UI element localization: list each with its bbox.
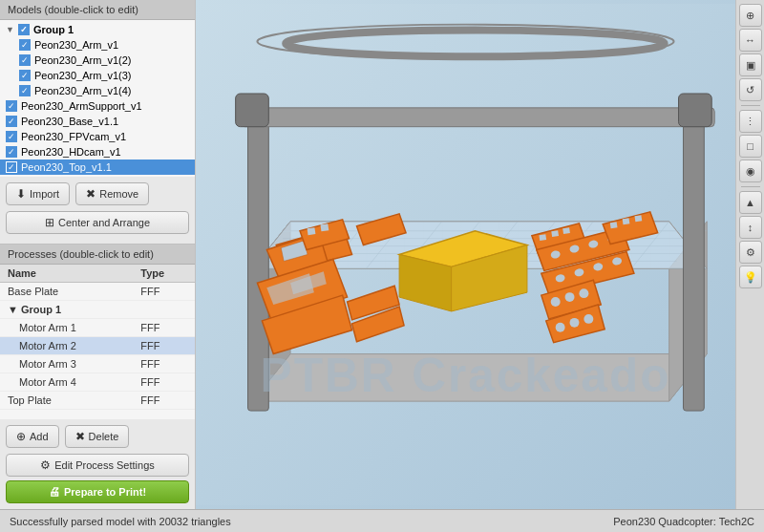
model-arm3[interactable]: Peon230_Arm_v1(3) (0, 68, 195, 83)
model-checkbox[interactable] (6, 100, 17, 112)
status-bar: Successfully parsed model with 20032 tri… (0, 509, 764, 532)
edit-process-button[interactable]: ⚙ Edit Process Settings (6, 454, 189, 477)
process-group1[interactable]: ▼ Group 1 (0, 301, 195, 319)
process-type: FFF (133, 283, 195, 301)
model-base[interactable]: Peon230_Base_v1.1 (0, 114, 195, 129)
add-button[interactable]: ⊕ Add (6, 425, 59, 448)
svg-rect-48 (562, 227, 570, 234)
model-checkbox[interactable] (19, 85, 31, 96)
process-type: FFF (133, 392, 195, 410)
model-arm2[interactable]: Peon230_Arm_v1(2) (0, 53, 195, 68)
light-button[interactable]: 💡 (739, 266, 762, 288)
model-label: Peon230_FPVcam_v1 (21, 131, 126, 142)
view-options-button[interactable]: ▣ (739, 53, 762, 76)
model-checkbox[interactable] (18, 24, 30, 35)
svg-rect-26 (683, 117, 704, 411)
process-type: FFF (133, 337, 195, 355)
remove-button[interactable]: ✖ Remove (75, 182, 149, 205)
toolbar-separator1 (741, 105, 760, 106)
col-type: Type (133, 265, 195, 283)
svg-rect-47 (551, 230, 559, 237)
model-label: Group 1 (33, 24, 74, 35)
status-right: Peon230 Quadcopter: Tech2C (613, 516, 754, 527)
model-checkbox[interactable] (6, 116, 17, 127)
fit-view-button[interactable]: ↔ (739, 29, 762, 52)
svg-rect-42 (308, 227, 316, 235)
models-list: ▼ Group 1 Peon230_Arm_v1 Peon230_Arm_v1(… (0, 20, 195, 177)
status-left: Successfully parsed model with 20032 tri… (10, 516, 231, 527)
svg-rect-27 (242, 108, 715, 127)
model-fpvcam[interactable]: Peon230_FPVcam_v1 (0, 129, 195, 144)
model-armsupport[interactable]: Peon230_ArmSupport_v1 (0, 98, 195, 114)
model-label: Peon230_ArmSupport_v1 (21, 100, 142, 112)
move-button[interactable]: ▲ (739, 191, 762, 214)
svg-point-61 (565, 292, 575, 302)
viewport-svg: PTBR Crackeado (196, 0, 735, 509)
model-label: Peon230_Arm_v1(4) (34, 85, 132, 96)
svg-text:PTBR Crackeado: PTBR Crackeado (261, 349, 671, 402)
model-checkbox[interactable] (6, 161, 17, 173)
process-motorarm4[interactable]: Motor Arm 4 FFF (0, 373, 195, 392)
add-icon: ⊕ (16, 430, 26, 443)
import-button[interactable]: ⬇ Import (6, 182, 70, 205)
model-checkbox[interactable] (6, 131, 17, 142)
model-hdcam[interactable]: Peon230_HDcam_v1 (0, 144, 195, 160)
svg-rect-68 (610, 222, 618, 228)
model-label: Peon230_Arm_v1(3) (34, 70, 132, 81)
process-topplate[interactable]: Top Plate FFF (0, 392, 195, 410)
svg-rect-29 (236, 94, 269, 127)
edit-process-icon: ⚙ (40, 458, 51, 472)
delete-label: Delete (89, 431, 119, 442)
model-checkbox[interactable] (19, 70, 31, 81)
process-name: Motor Arm 3 (0, 355, 133, 373)
process-motorarm3[interactable]: Motor Arm 3 FFF (0, 355, 195, 373)
zoom-extents-button[interactable]: ⊕ (739, 4, 762, 27)
process-motorarm2[interactable]: Motor Arm 2 FFF (0, 337, 195, 355)
remove-label: Remove (99, 188, 138, 200)
process-name: Motor Arm 1 (0, 319, 133, 337)
layers-button[interactable]: ⋮ (739, 110, 762, 133)
models-section: Models (double-click to edit) ▼ Group 1 … (0, 0, 195, 240)
delete-button[interactable]: ✖ Delete (65, 425, 130, 448)
model-checkbox[interactable] (6, 146, 17, 158)
model-arm1[interactable]: Peon230_Arm_v1 (0, 37, 195, 53)
processes-data-table: Name Type Base Plate FFF ▼ Group 1 (0, 265, 195, 410)
model-checkbox[interactable] (19, 54, 31, 66)
process-name: Motor Arm 4 (0, 373, 133, 392)
center-arrange-button[interactable]: ⊞ Center and Arrange (6, 211, 189, 234)
process-name: Top Plate (0, 392, 133, 410)
prepare-label: Prepare to Print! (64, 486, 146, 498)
prepare-button[interactable]: 🖨 Prepare to Print! (6, 480, 189, 503)
process-name: Base Plate (0, 283, 133, 301)
import-icon: ⬇ (16, 187, 26, 201)
svg-point-60 (551, 297, 561, 307)
processes-header: Processes (double-click to edit) (0, 245, 195, 265)
process-name: Motor Arm 2 (0, 337, 133, 355)
model-label: Peon230_Top_v1.1 (21, 161, 112, 173)
prepare-row: 🖨 Prepare to Print! (0, 480, 195, 509)
viewport[interactable]: PTBR Crackeado (196, 0, 735, 509)
model-group1[interactable]: ▼ Group 1 (0, 22, 195, 37)
model-top[interactable]: Peon230_Top_v1.1 (0, 160, 195, 175)
model-label: Peon230_Arm_v1(2) (34, 54, 132, 66)
main-area: Models (double-click to edit) ▼ Group 1 … (0, 0, 764, 509)
model-checkbox[interactable] (19, 39, 31, 51)
center-icon: ⊞ (45, 216, 54, 229)
processes-table: Name Type Base Plate FFF ▼ Group 1 (0, 265, 195, 419)
solid-button[interactable]: ◉ (739, 160, 762, 182)
wireframe-button[interactable]: □ (739, 135, 762, 158)
edit-process-row: ⚙ Edit Process Settings (0, 454, 195, 480)
model-arm4[interactable]: Peon230_Arm_v1(4) (0, 83, 195, 98)
process-type (133, 301, 195, 319)
delete-icon: ✖ (75, 430, 85, 443)
svg-rect-30 (679, 94, 712, 127)
scale-button[interactable]: ↕ (739, 216, 762, 239)
svg-rect-69 (623, 218, 630, 224)
rotate-button[interactable]: ↺ (739, 78, 762, 101)
remove-icon: ✖ (86, 187, 96, 201)
settings-button[interactable]: ⚙ (739, 241, 762, 264)
process-baseplate[interactable]: Base Plate FFF (0, 283, 195, 301)
svg-point-66 (584, 314, 593, 324)
process-motorarm1[interactable]: Motor Arm 1 FFF (0, 319, 195, 337)
process-type: FFF (133, 319, 195, 337)
